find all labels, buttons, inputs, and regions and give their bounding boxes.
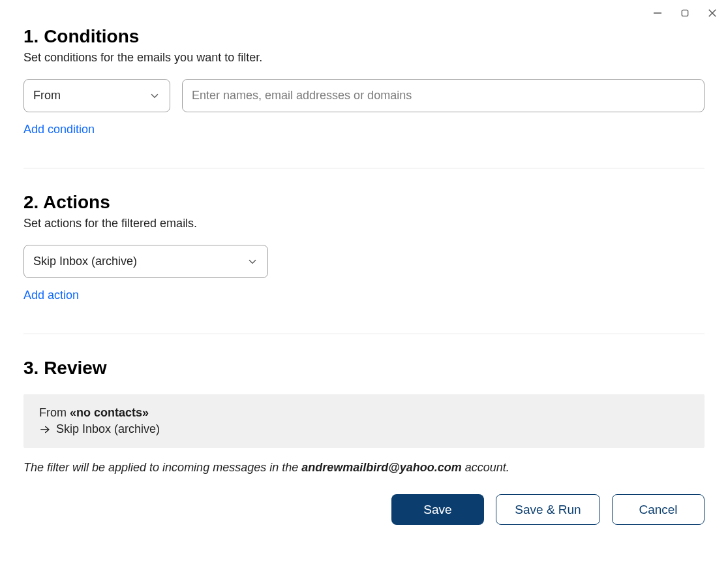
minimize-button[interactable] [650, 5, 665, 21]
save-button[interactable]: Save [391, 494, 484, 525]
maximize-icon [680, 8, 690, 18]
conditions-title: 1. Conditions [23, 26, 705, 47]
review-note-account: andrewmailbird@yahoo.com [301, 461, 462, 474]
chevron-down-icon [247, 256, 258, 268]
save-and-run-button[interactable]: Save & Run [496, 494, 600, 525]
conditions-subtitle: Set conditions for the emails you want t… [23, 51, 705, 65]
divider [23, 334, 705, 334]
review-from-value: «no contacts» [70, 406, 149, 419]
review-action-line: Skip Inbox (archive) [39, 422, 689, 436]
review-note-prefix: The filter will be applied to incoming m… [23, 461, 301, 474]
review-summary: From «no contacts» Skip Inbox (archive) [23, 394, 705, 448]
review-from-label: From [39, 406, 70, 419]
maximize-button[interactable] [677, 5, 693, 21]
arrow-right-icon [39, 424, 51, 435]
divider [23, 168, 705, 168]
review-action-text: Skip Inbox (archive) [56, 422, 160, 436]
minimize-icon [652, 7, 663, 19]
actions-section: 2. Actions Set actions for the filtered … [23, 192, 705, 302]
review-note-suffix: account. [462, 461, 509, 474]
review-section: 3. Review From «no contacts» Skip Inbox … [23, 358, 705, 525]
add-condition-link[interactable]: Add condition [23, 123, 95, 136]
condition-field-select[interactable]: From [23, 79, 170, 112]
close-icon [706, 7, 718, 19]
actions-title: 2. Actions [23, 192, 705, 213]
condition-value-input[interactable] [182, 79, 705, 112]
button-row: Save Save & Run Cancel [23, 494, 705, 525]
action-select-value: Skip Inbox (archive) [33, 255, 137, 268]
review-condition-line: From «no contacts» [39, 406, 689, 420]
window-controls [650, 5, 720, 21]
conditions-section: 1. Conditions Set conditions for the ema… [23, 26, 705, 136]
review-title: 3. Review [23, 358, 705, 379]
close-button[interactable] [705, 5, 720, 21]
add-action-link[interactable]: Add action [23, 289, 79, 302]
chevron-down-icon [149, 90, 160, 102]
svg-rect-1 [682, 10, 688, 16]
cancel-button[interactable]: Cancel [612, 494, 705, 525]
action-select[interactable]: Skip Inbox (archive) [23, 245, 268, 278]
condition-field-value: From [33, 89, 61, 102]
review-note: The filter will be applied to incoming m… [23, 461, 705, 475]
actions-subtitle: Set actions for the filtered emails. [23, 217, 705, 230]
